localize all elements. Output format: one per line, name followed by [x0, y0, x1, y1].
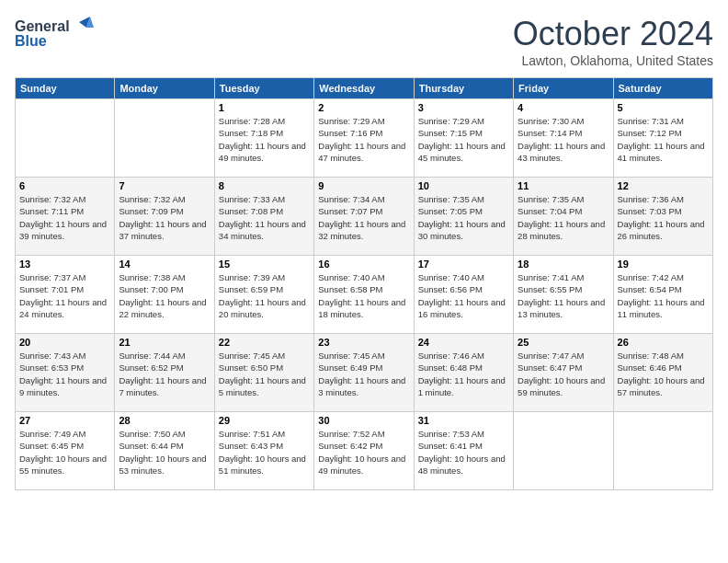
day-info: Sunrise: 7:45 AMSunset: 6:50 PMDaylight:… [219, 350, 310, 398]
calendar-cell: 26Sunrise: 7:48 AMSunset: 6:46 PMDayligh… [613, 334, 712, 412]
calendar-cell: 13Sunrise: 7:37 AMSunset: 7:01 PMDayligh… [16, 256, 115, 334]
day-info: Sunrise: 7:29 AMSunset: 7:16 PMDaylight:… [318, 115, 409, 164]
day-info: Sunrise: 7:40 AMSunset: 6:56 PMDaylight:… [418, 271, 509, 320]
day-number: 25 [518, 337, 609, 348]
location: Lawton, Oklahoma, United States [513, 53, 713, 68]
calendar-cell: 14Sunrise: 7:38 AMSunset: 7:00 PMDayligh… [115, 256, 214, 334]
calendar-week-row: 13Sunrise: 7:37 AMSunset: 7:01 PMDayligh… [16, 256, 713, 334]
day-info: Sunrise: 7:35 AMSunset: 7:04 PMDaylight:… [518, 193, 609, 242]
calendar-cell: 12Sunrise: 7:36 AMSunset: 7:03 PMDayligh… [613, 178, 712, 256]
day-info: Sunrise: 7:53 AMSunset: 6:41 PMDaylight:… [418, 428, 509, 477]
day-info: Sunrise: 7:34 AMSunset: 7:07 PMDaylight:… [318, 193, 409, 242]
calendar-week-row: 1Sunrise: 7:28 AMSunset: 7:18 PMDaylight… [16, 99, 713, 178]
day-number: 10 [418, 180, 509, 191]
calendar-table: SundayMondayTuesdayWednesdayThursdayFrid… [15, 77, 713, 490]
calendar-cell: 17Sunrise: 7:40 AMSunset: 6:56 PMDayligh… [414, 256, 513, 334]
weekday-header: Tuesday [214, 78, 313, 99]
day-info: Sunrise: 7:52 AMSunset: 6:42 PMDaylight:… [318, 428, 409, 477]
day-info: Sunrise: 7:46 AMSunset: 6:48 PMDaylight:… [418, 350, 509, 398]
weekday-header: Thursday [414, 78, 513, 99]
calendar-cell: 23Sunrise: 7:45 AMSunset: 6:49 PMDayligh… [314, 334, 414, 412]
day-number: 4 [518, 102, 609, 113]
day-info: Sunrise: 7:42 AMSunset: 6:54 PMDaylight:… [618, 271, 709, 320]
day-number: 21 [119, 337, 210, 348]
calendar-cell: 29Sunrise: 7:51 AMSunset: 6:43 PMDayligh… [214, 412, 313, 490]
day-info: Sunrise: 7:32 AMSunset: 7:11 PMDaylight:… [19, 193, 110, 242]
day-info: Sunrise: 7:44 AMSunset: 6:52 PMDaylight:… [119, 350, 210, 398]
weekday-header: Monday [115, 78, 214, 99]
calendar-week-row: 6Sunrise: 7:32 AMSunset: 7:11 PMDaylight… [16, 178, 713, 256]
day-info: Sunrise: 7:47 AMSunset: 6:47 PMDaylight:… [518, 350, 609, 398]
calendar-cell: 5Sunrise: 7:31 AMSunset: 7:12 PMDaylight… [613, 99, 712, 178]
logo: General Blue [15, 15, 97, 52]
calendar-cell [16, 99, 115, 178]
calendar-cell: 11Sunrise: 7:35 AMSunset: 7:04 PMDayligh… [514, 178, 613, 256]
day-number: 24 [418, 337, 509, 348]
day-number: 14 [119, 259, 210, 270]
weekday-header: Sunday [16, 78, 115, 99]
day-number: 31 [418, 415, 509, 426]
day-number: 2 [318, 102, 409, 113]
day-number: 30 [318, 415, 409, 426]
day-info: Sunrise: 7:36 AMSunset: 7:03 PMDaylight:… [618, 193, 709, 242]
calendar-cell: 15Sunrise: 7:39 AMSunset: 6:59 PMDayligh… [214, 256, 313, 334]
day-info: Sunrise: 7:35 AMSunset: 7:05 PMDaylight:… [418, 193, 509, 242]
calendar-cell: 10Sunrise: 7:35 AMSunset: 7:05 PMDayligh… [414, 178, 513, 256]
calendar-cell: 7Sunrise: 7:32 AMSunset: 7:09 PMDaylight… [115, 178, 214, 256]
day-info: Sunrise: 7:30 AMSunset: 7:14 PMDaylight:… [518, 115, 609, 164]
day-info: Sunrise: 7:37 AMSunset: 7:01 PMDaylight:… [19, 271, 110, 320]
calendar-cell: 2Sunrise: 7:29 AMSunset: 7:16 PMDaylight… [314, 99, 414, 178]
day-info: Sunrise: 7:28 AMSunset: 7:18 PMDaylight:… [219, 115, 310, 164]
weekday-header: Saturday [613, 78, 712, 99]
day-number: 18 [518, 259, 609, 270]
calendar-cell: 9Sunrise: 7:34 AMSunset: 7:07 PMDaylight… [314, 178, 414, 256]
day-info: Sunrise: 7:49 AMSunset: 6:45 PMDaylight:… [19, 428, 110, 477]
day-number: 16 [318, 259, 409, 270]
day-info: Sunrise: 7:40 AMSunset: 6:58 PMDaylight:… [318, 271, 409, 320]
calendar-cell [115, 99, 214, 178]
svg-text:Blue: Blue [15, 33, 47, 49]
weekday-header-row: SundayMondayTuesdayWednesdayThursdayFrid… [16, 78, 713, 99]
svg-text:General: General [15, 18, 70, 34]
day-number: 22 [219, 337, 310, 348]
day-number: 23 [318, 337, 409, 348]
day-number: 6 [19, 180, 110, 191]
calendar-cell: 22Sunrise: 7:45 AMSunset: 6:50 PMDayligh… [214, 334, 313, 412]
logo-svg: General Blue [15, 15, 97, 52]
day-number: 9 [318, 180, 409, 191]
calendar-cell: 20Sunrise: 7:43 AMSunset: 6:53 PMDayligh… [16, 334, 115, 412]
calendar-cell: 21Sunrise: 7:44 AMSunset: 6:52 PMDayligh… [115, 334, 214, 412]
title-block: October 2024 Lawton, Oklahoma, United St… [513, 15, 713, 68]
day-number: 26 [618, 337, 709, 348]
day-number: 20 [19, 337, 110, 348]
day-number: 7 [119, 180, 210, 191]
calendar-cell: 30Sunrise: 7:52 AMSunset: 6:42 PMDayligh… [314, 412, 414, 490]
day-info: Sunrise: 7:48 AMSunset: 6:46 PMDaylight:… [618, 350, 709, 398]
day-info: Sunrise: 7:50 AMSunset: 6:44 PMDaylight:… [119, 428, 210, 477]
day-number: 15 [219, 259, 310, 270]
calendar-week-row: 20Sunrise: 7:43 AMSunset: 6:53 PMDayligh… [16, 334, 713, 412]
day-number: 12 [618, 180, 709, 191]
day-info: Sunrise: 7:45 AMSunset: 6:49 PMDaylight:… [318, 350, 409, 398]
calendar-cell: 6Sunrise: 7:32 AMSunset: 7:11 PMDaylight… [16, 178, 115, 256]
day-info: Sunrise: 7:38 AMSunset: 7:00 PMDaylight:… [119, 271, 210, 320]
calendar-cell: 3Sunrise: 7:29 AMSunset: 7:15 PMDaylight… [414, 99, 513, 178]
calendar-cell: 8Sunrise: 7:33 AMSunset: 7:08 PMDaylight… [214, 178, 313, 256]
day-info: Sunrise: 7:33 AMSunset: 7:08 PMDaylight:… [219, 193, 310, 242]
day-number: 11 [518, 180, 609, 191]
day-info: Sunrise: 7:29 AMSunset: 7:15 PMDaylight:… [418, 115, 509, 164]
day-number: 13 [19, 259, 110, 270]
calendar-cell: 25Sunrise: 7:47 AMSunset: 6:47 PMDayligh… [514, 334, 613, 412]
calendar-cell: 31Sunrise: 7:53 AMSunset: 6:41 PMDayligh… [414, 412, 513, 490]
day-info: Sunrise: 7:51 AMSunset: 6:43 PMDaylight:… [219, 428, 310, 477]
day-number: 5 [618, 102, 709, 113]
calendar-cell: 16Sunrise: 7:40 AMSunset: 6:58 PMDayligh… [314, 256, 414, 334]
calendar-cell: 28Sunrise: 7:50 AMSunset: 6:44 PMDayligh… [115, 412, 214, 490]
month-title: October 2024 [513, 15, 713, 53]
day-number: 1 [219, 102, 310, 113]
day-number: 17 [418, 259, 509, 270]
calendar-cell: 19Sunrise: 7:42 AMSunset: 6:54 PMDayligh… [613, 256, 712, 334]
day-number: 29 [219, 415, 310, 426]
calendar-cell: 24Sunrise: 7:46 AMSunset: 6:48 PMDayligh… [414, 334, 513, 412]
calendar-cell: 4Sunrise: 7:30 AMSunset: 7:14 PMDaylight… [514, 99, 613, 178]
